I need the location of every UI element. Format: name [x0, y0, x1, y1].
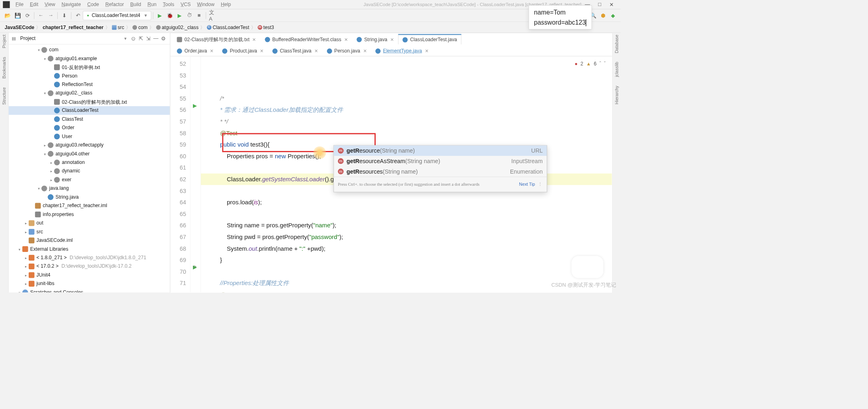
side-hierarchy[interactable]: Hierarchy — [614, 86, 619, 104]
tree-item[interactable]: String.java — [8, 193, 170, 201]
tree-expand-icon[interactable]: ▸ — [49, 169, 54, 174]
expand-all-icon[interactable]: ⇱ — [137, 36, 145, 42]
completion-popup[interactable]: m getResource(String name) URL m getReso… — [334, 145, 547, 193]
menu-help[interactable]: Help — [221, 2, 231, 7]
close-window-button[interactable]: ✕ — [606, 1, 618, 8]
tree-item[interactable]: ReflectionTest — [8, 80, 170, 89]
menu-run[interactable]: Run — [147, 2, 156, 7]
side-structure[interactable]: Structure — [2, 87, 6, 105]
collapse-all-icon[interactable]: ⇲ — [144, 36, 152, 42]
tab-close-icon[interactable]: ✕ — [344, 37, 348, 42]
tab-close-icon[interactable]: ✕ — [260, 48, 264, 54]
tree-item[interactable]: ▸ atguigu03.reflectapply — [8, 141, 170, 149]
side-project[interactable]: Project — [2, 35, 6, 48]
tree-item[interactable]: ▸ dynamic — [8, 167, 170, 175]
tree-item[interactable]: ▾ atguigu02._class — [8, 89, 170, 97]
tree-item[interactable]: ▾ External Libraries — [8, 245, 170, 253]
menu-build[interactable]: Build — [130, 2, 141, 7]
menu-file[interactable]: File — [16, 2, 24, 7]
vcs-icon[interactable]: ⬇ — [61, 12, 68, 19]
menu-navigate[interactable]: Navigate — [61, 2, 81, 7]
tree-expand-icon[interactable]: ▸ — [24, 230, 29, 234]
completion-item[interactable]: m getResources(String name) Enumeration — [334, 166, 547, 177]
crumb-project[interactable]: JavaSECode — [4, 24, 34, 30]
tree-item[interactable]: ▸ JUnit4 — [8, 271, 170, 279]
tree-item[interactable]: info.properties — [8, 210, 170, 219]
tree-expand-icon[interactable]: ▾ — [43, 91, 48, 96]
tree-expand-icon[interactable]: ▾ — [36, 187, 42, 191]
menu-code[interactable]: Code — [87, 2, 99, 7]
tree-item[interactable]: 01-反射的举例.txt — [8, 63, 170, 71]
back-icon[interactable]: ← — [37, 12, 45, 19]
tree-expand-icon[interactable]: ▸ — [24, 221, 29, 225]
crumb-method[interactable]: test3 — [257, 24, 274, 30]
editor-tab[interactable]: 02-Class的理解与类的加载.txt ✕ — [173, 34, 261, 44]
tab-close-icon[interactable]: ✕ — [425, 48, 429, 54]
menu-edit[interactable]: Edit — [30, 2, 38, 7]
crumb-com[interactable]: com — [132, 24, 147, 30]
editor-tab[interactable]: Product.java ✕ — [218, 46, 268, 56]
tree-item[interactable]: ▾ atguigu04.other — [8, 149, 170, 158]
editor-tab[interactable]: String.java ✕ — [352, 34, 398, 44]
completion-item[interactable]: m getResourceAsStream(String name) Input… — [334, 156, 547, 166]
tree-item[interactable]: Person — [8, 71, 170, 80]
tree-item[interactable]: ▾ atguigu01.example — [8, 54, 170, 63]
menu-window[interactable]: Window — [197, 2, 214, 7]
editor-tab[interactable]: ClassTest.java ✕ — [268, 46, 322, 56]
tree-item[interactable]: ClassLoaderTest — [8, 106, 170, 115]
menu-vcs[interactable]: VCS — [181, 2, 191, 7]
run-config-selector[interactable]: ClassLoaderTest.test4▾ — [83, 11, 151, 20]
side-bookmarks[interactable]: Bookmarks — [2, 57, 6, 79]
editor-tab[interactable]: Person.java ✕ — [322, 46, 371, 56]
debug-button-icon[interactable]: 🐞 — [166, 12, 174, 19]
tree-item[interactable]: 02-Class的理解与类的加载.txt — [8, 98, 170, 106]
stop-icon[interactable]: ■ — [195, 12, 203, 19]
coverage-icon[interactable]: ▶ — [176, 12, 184, 19]
tree-expand-icon[interactable]: ▾ — [36, 48, 42, 52]
tree-expand-icon[interactable]: ▸ — [49, 178, 54, 182]
project-tree[interactable]: ▾ com ▾ atguigu01.example 01-反射的举例.txt P… — [8, 44, 170, 292]
tree-item[interactable]: ▸ annotation — [8, 158, 170, 167]
open-icon[interactable]: 📂 — [4, 12, 12, 19]
tree-item[interactable]: ClassTest — [8, 115, 170, 124]
tree-item[interactable]: Order — [8, 124, 170, 132]
tree-expand-icon[interactable]: ▾ — [17, 247, 23, 252]
tree-expand-icon[interactable]: ▸ — [43, 143, 48, 147]
translate-icon[interactable]: 文A — [209, 12, 217, 19]
crumb-module[interactable]: chapter17_reflect_teacher — [43, 24, 104, 30]
tree-item[interactable]: ▾ Scratches and Consoles — [8, 288, 170, 293]
tree-expand-icon[interactable]: ▾ — [17, 290, 23, 292]
tree-item[interactable]: ▸ exer — [8, 176, 170, 184]
undo-arrow-icon[interactable]: ↶ — [74, 12, 82, 19]
tab-close-icon[interactable]: ✕ — [252, 37, 256, 42]
tree-item[interactable]: JavaSECode.iml — [8, 236, 170, 245]
editor-tab[interactable]: BufferedReaderWriterTest.class ✕ — [260, 34, 352, 44]
tree-expand-icon[interactable]: ▸ — [24, 281, 29, 286]
code-area[interactable]: ●2 ▲6 ˆˇ /* * 需求：通过ClassLoader加载指定的配置文件 … — [201, 56, 612, 292]
plugin-icon[interactable]: ◆ — [609, 12, 617, 19]
tree-item[interactable]: ▸ junit-libs — [8, 279, 170, 288]
crumb-src[interactable]: src — [112, 24, 124, 30]
panel-settings-icon[interactable]: ⚙ — [159, 36, 167, 42]
menu-tools[interactable]: Tools — [163, 2, 174, 7]
profile-icon[interactable]: ⏱ — [186, 12, 193, 19]
tree-expand-icon[interactable]: ▾ — [43, 57, 48, 61]
editor-tab[interactable]: ElementType.java ✕ — [371, 46, 433, 56]
sync-icon[interactable]: ⟳ — [24, 12, 31, 19]
tree-expand-icon[interactable]: ▸ — [24, 256, 29, 260]
tree-item[interactable]: ▸ src — [8, 227, 170, 236]
tree-expand-icon[interactable]: ▾ — [43, 152, 48, 156]
tree-item[interactable]: User — [8, 132, 170, 141]
tree-item[interactable]: ▾ com — [8, 46, 170, 54]
tab-close-icon[interactable]: ✕ — [210, 48, 213, 54]
tree-expand-icon[interactable]: ▸ — [24, 264, 29, 269]
editor-tab[interactable]: ClassLoaderTest.java — [398, 34, 461, 44]
side-database[interactable]: Database — [614, 35, 619, 53]
ide-settings-icon[interactable]: ⬢ — [599, 12, 607, 19]
tab-close-icon[interactable]: ✕ — [363, 48, 367, 54]
forward-icon[interactable]: → — [47, 12, 55, 19]
hide-panel-icon[interactable]: — — [152, 36, 160, 42]
tree-item[interactable]: ▸ < 1.8.0_271 >D:\develop_tools\JDK\jdk1… — [8, 254, 170, 262]
gutter-run-icon[interactable]: ▶ — [193, 103, 197, 109]
tab-close-icon[interactable]: ✕ — [314, 48, 318, 54]
